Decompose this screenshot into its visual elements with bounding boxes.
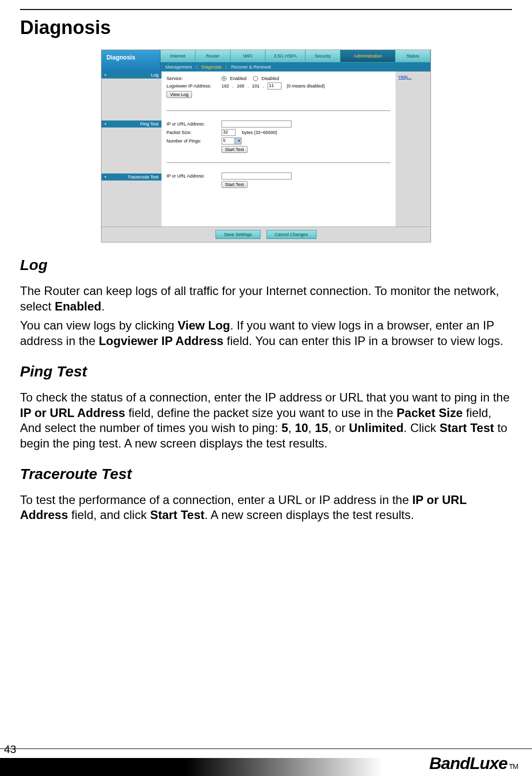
page-number: 43 xyxy=(4,743,16,756)
radio-enabled[interactable] xyxy=(222,76,226,81)
subtab-recover[interactable]: Recover & Renewal xyxy=(231,64,271,70)
ping-block: IP or URL Address: Packet Size: 32 bytes… xyxy=(166,116,390,163)
tab-hspa[interactable]: 3.5G HSPA xyxy=(266,50,306,62)
subtab-diagnosis[interactable]: Diagnosis xyxy=(202,64,222,70)
top-rule xyxy=(20,9,512,10)
footer-rule xyxy=(0,748,532,749)
radio-disabled[interactable] xyxy=(253,76,258,81)
screenshot-header: Diagnosis Internet Router WiFi 3.5G HSPA… xyxy=(102,50,430,72)
trace-addr-input[interactable] xyxy=(222,172,292,180)
help-link[interactable]: Help... xyxy=(398,74,412,80)
trace-start-button[interactable]: Start Test xyxy=(222,181,248,188)
view-log-button[interactable]: View Log xyxy=(166,91,192,98)
chevron-down-icon: ▾ xyxy=(238,138,240,143)
para-log-2: You can view logs by clicking View Log. … xyxy=(20,318,512,348)
packet-size-input[interactable]: 32 xyxy=(222,129,236,136)
tab-wifi[interactable]: WiFi xyxy=(230,50,266,62)
packet-size-label: Packet Size: xyxy=(166,130,222,135)
left-column: Log Ping Test Traceroute Test xyxy=(102,72,162,226)
screenshot-footer: Save Settings Cancel Changes xyxy=(102,226,430,242)
tab-security[interactable]: Security xyxy=(306,50,340,62)
radio-enabled-label: Enabled xyxy=(230,76,246,81)
sub-tabs: Management / Diagnosis / Recover & Renew… xyxy=(160,62,430,72)
subtab-sep2: / xyxy=(226,64,227,70)
page-footer: 43 BandLuxe TM xyxy=(0,744,532,776)
tab-router[interactable]: Router xyxy=(196,50,230,62)
service-label: Service: xyxy=(166,76,222,81)
heading-ping: Ping Test xyxy=(20,363,512,380)
subtab-management[interactable]: Management xyxy=(166,64,192,70)
trace-block: IP or URL Address: Start Test xyxy=(166,168,390,204)
brand-name: BandLuxe xyxy=(429,754,507,773)
logviewer-ip-label: Logviewer IP Address: xyxy=(166,84,222,88)
ip-note: (0 means disabled) xyxy=(286,84,325,88)
ip-octet3: 101 xyxy=(252,84,260,88)
ip-octet4-input[interactable]: 11 xyxy=(268,82,282,90)
section-tag-trace: Traceroute Test xyxy=(102,174,162,180)
subtab-sep1: / xyxy=(196,64,198,70)
tab-administration[interactable]: Administration xyxy=(340,50,396,62)
panel-title: Diagnosis xyxy=(102,50,160,72)
heading-trace: Traceroute Test xyxy=(20,466,512,482)
para-log-1: The Router can keep logs of all traffic … xyxy=(20,284,512,314)
ping-start-button[interactable]: Start Test xyxy=(222,146,248,153)
tab-status[interactable]: Status xyxy=(396,50,430,62)
brand-tm: TM xyxy=(509,762,518,770)
tab-internet[interactable]: Internet xyxy=(160,50,196,62)
tabs-wrap: Internet Router WiFi 3.5G HSPA Security … xyxy=(160,50,430,72)
ping-addr-input[interactable] xyxy=(222,120,292,128)
doc-content: Log The Router can keep logs of all traf… xyxy=(20,256,512,523)
num-pings-select[interactable]: 5 ▾ xyxy=(222,138,242,144)
main-tabs: Internet Router WiFi 3.5G HSPA Security … xyxy=(160,50,430,62)
section-tag-ping: Ping Test xyxy=(102,120,162,128)
brand-logo: BandLuxe TM xyxy=(429,754,518,773)
num-pings-label: Number of Pings: xyxy=(166,138,222,144)
para-ping: To check the status of a connection, ent… xyxy=(20,390,512,452)
radio-disabled-label: Disabled xyxy=(262,76,279,81)
router-screenshot: Diagnosis Internet Router WiFi 3.5G HSPA… xyxy=(101,50,431,242)
page-title: Diagnosis xyxy=(20,17,512,38)
right-column: Help... xyxy=(396,72,430,226)
left-spacer-2 xyxy=(102,128,162,174)
num-pings-value: 5 xyxy=(223,138,226,143)
save-settings-button[interactable]: Save Settings xyxy=(216,230,260,239)
mid-column: Service: Enabled Disabled Logviewer IP A… xyxy=(162,72,396,226)
ip-octet1: 192 xyxy=(222,84,229,88)
para-trace: To test the performance of a connection,… xyxy=(20,492,512,523)
section-tag-log: Log xyxy=(102,72,162,78)
ip-octet2: 168 xyxy=(237,84,244,88)
left-spacer-1 xyxy=(102,80,162,120)
trace-addr-label: IP or URL Address: xyxy=(166,174,222,178)
left-spacer-3 xyxy=(102,182,162,206)
heading-log: Log xyxy=(20,256,512,274)
panel-body: Log Ping Test Traceroute Test Service: E… xyxy=(102,72,430,226)
cancel-changes-button[interactable]: Cancel Changes xyxy=(266,230,317,239)
packet-size-hint: bytes (32~65500) xyxy=(242,130,277,135)
log-block: Service: Enabled Disabled Logviewer IP A… xyxy=(166,76,390,111)
ping-addr-label: IP or URL Address: xyxy=(166,122,222,126)
